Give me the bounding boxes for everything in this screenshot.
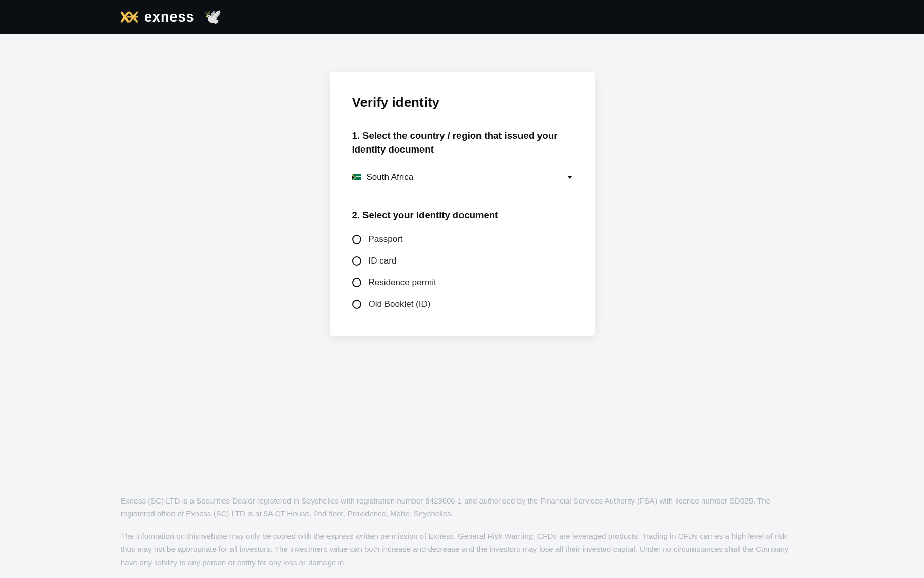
step1-heading: 1. Select the country / region that issu… (352, 129, 572, 157)
radio-passport[interactable]: Passport (352, 234, 572, 245)
country-select[interactable]: South Africa (352, 168, 572, 188)
app-header: exness 🕊️ (0, 0, 924, 34)
dove-icon: 🕊️ (204, 10, 222, 24)
radio-icon (352, 278, 361, 287)
verify-identity-card: Verify identity 1. Select the country / … (330, 72, 595, 336)
radio-label: ID card (369, 256, 397, 266)
radio-residence-permit[interactable]: Residence permit (352, 277, 572, 288)
radio-label: Old Booklet (ID) (369, 299, 431, 309)
logo-mark-icon (121, 11, 138, 23)
card-title: Verify identity (352, 95, 572, 110)
radio-id-card[interactable]: ID card (352, 256, 572, 266)
chevron-down-icon (567, 176, 572, 179)
footer-paragraph-2: The information on this website may only… (121, 530, 803, 569)
flag-icon-south-africa (352, 174, 361, 180)
radio-icon (352, 300, 361, 309)
step2-heading: 2. Select your identity document (352, 209, 572, 222)
radio-label: Residence permit (369, 277, 436, 288)
country-selected-label: South Africa (367, 172, 567, 182)
radio-label: Passport (369, 234, 403, 245)
radio-icon (352, 235, 361, 244)
legal-footer: Exness (SC) LTD is a Securities Dealer r… (0, 494, 924, 579)
radio-old-booklet[interactable]: Old Booklet (ID) (352, 299, 572, 309)
footer-paragraph-1: Exness (SC) LTD is a Securities Dealer r… (121, 494, 803, 520)
brand-name: exness (144, 9, 195, 25)
brand-logo[interactable]: exness 🕊️ (121, 9, 222, 25)
radio-icon (352, 256, 361, 266)
document-radio-group: Passport ID card Residence permit Old Bo… (352, 234, 572, 309)
